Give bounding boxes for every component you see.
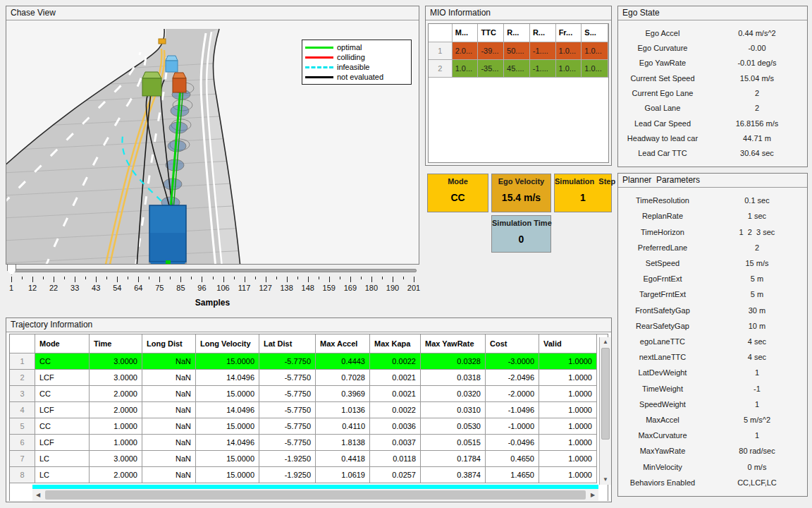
- trajectory-cell[interactable]: 3.0000: [90, 370, 142, 386]
- mio-cell[interactable]: 1.0...: [582, 60, 608, 78]
- trajectory-cell[interactable]: 0.0320: [421, 386, 486, 402]
- trajectory-cell[interactable]: 0.3874: [421, 467, 486, 483]
- trajectory-cell[interactable]: 15.0000: [196, 418, 259, 435]
- trajectory-cell[interactable]: NaN: [142, 435, 196, 451]
- trajectory-data-row[interactable]: 7LC3.0000NaN15.0000-1.92500.44180.01180.…: [10, 451, 608, 467]
- trajectory-cell[interactable]: 0.0021: [370, 370, 421, 386]
- trajectory-cell[interactable]: LCF: [35, 370, 90, 386]
- trajectory-data-row[interactable]: 2LCF3.0000NaN14.0496-5.77500.70280.00210…: [10, 370, 608, 386]
- trajectory-cell[interactable]: 14.0496: [196, 402, 259, 418]
- vertical-scroll-thumb[interactable]: [601, 348, 610, 440]
- trajectory-cell[interactable]: CC: [35, 386, 90, 402]
- trajectory-cell[interactable]: 0.4110: [316, 418, 370, 435]
- trajectory-cell[interactable]: 1.0000: [539, 418, 597, 435]
- trajectory-cell[interactable]: 1.0000: [90, 435, 142, 451]
- trajectory-cell[interactable]: LC: [35, 467, 90, 483]
- slider-track[interactable]: [10, 269, 417, 272]
- trajectory-cell[interactable]: -1.0000: [486, 418, 539, 435]
- trajectory-cell[interactable]: 0.7028: [316, 370, 370, 386]
- trajectory-cell[interactable]: 0.4418: [316, 451, 370, 467]
- trajectory-cell[interactable]: CC: [35, 353, 90, 370]
- scroll-up-icon[interactable]: ▲: [600, 337, 611, 347]
- trajectory-cell[interactable]: -5.7750: [259, 370, 316, 386]
- trajectory-cell[interactable]: -2.0496: [486, 370, 539, 386]
- mio-cell[interactable]: 1.0...: [556, 42, 582, 60]
- trajectory-cell[interactable]: NaN: [142, 451, 196, 467]
- trajectory-cell[interactable]: 1.0000: [539, 402, 597, 418]
- trajectory-vertical-scrollbar[interactable]: ▲ ▼: [599, 337, 611, 485]
- trajectory-cell[interactable]: 1.0000: [539, 451, 597, 467]
- trajectory-cell[interactable]: 0.0310: [421, 402, 486, 418]
- trajectory-cell[interactable]: 0.0515: [421, 435, 486, 451]
- scroll-left-icon[interactable]: ◀: [32, 489, 44, 501]
- trajectory-cell[interactable]: LCF: [35, 402, 90, 418]
- scroll-right-icon[interactable]: ▶: [587, 489, 598, 501]
- mio-cell[interactable]: 1.0...: [582, 42, 608, 60]
- trajectory-cell[interactable]: 0.4443: [316, 353, 370, 370]
- trajectory-cell[interactable]: 1.0619: [316, 467, 370, 483]
- trajectory-cell[interactable]: CC: [35, 418, 90, 435]
- scroll-down-icon[interactable]: ▼: [600, 475, 611, 485]
- trajectory-cell[interactable]: -5.7750: [259, 402, 316, 418]
- trajectory-cell[interactable]: -1.0496: [486, 402, 539, 418]
- trajectory-cell[interactable]: 0.1784: [421, 451, 486, 467]
- mio-cell[interactable]: 45....: [504, 60, 530, 78]
- trajectory-cell[interactable]: 14.0496: [196, 435, 259, 451]
- trajectory-data-row[interactable]: 6LCF1.0000NaN14.0496-5.77501.81380.00370…: [10, 435, 608, 451]
- trajectory-data-row[interactable]: 1CC3.0000NaN15.0000-5.77500.44430.00220.…: [10, 353, 608, 370]
- trajectory-cell[interactable]: 14.0496: [196, 370, 259, 386]
- trajectory-cell[interactable]: 3.0000: [90, 451, 142, 467]
- trajectory-cell[interactable]: 1.4650: [486, 467, 539, 483]
- mio-data-row[interactable]: 21.0...-35...45....-1....1.0...1.0...: [429, 60, 608, 78]
- trajectory-cell[interactable]: 15.0000: [196, 451, 259, 467]
- trajectory-data-row[interactable]: 5CC1.0000NaN15.0000-5.77500.41100.00360.…: [10, 418, 608, 435]
- trajectory-cell[interactable]: 0.0036: [370, 418, 421, 435]
- trajectory-cell[interactable]: 3.0000: [90, 353, 142, 370]
- trajectory-data-row[interactable]: 3CC2.0000NaN15.0000-5.77500.39690.00210.…: [10, 386, 608, 402]
- trajectory-cell[interactable]: 1.0000: [539, 435, 597, 451]
- trajectory-cell[interactable]: 0.0530: [421, 418, 486, 435]
- trajectory-cell[interactable]: 1.0000: [90, 418, 142, 435]
- trajectory-cell[interactable]: 0.3969: [316, 386, 370, 402]
- trajectory-cell[interactable]: -5.7750: [259, 435, 316, 451]
- horizontal-scroll-thumb[interactable]: [45, 490, 586, 500]
- trajectory-horizontal-scrollbar[interactable]: ◀ ▶: [32, 489, 598, 501]
- trajectory-cell[interactable]: 15.0000: [196, 467, 259, 483]
- trajectory-cell[interactable]: 2.0000: [90, 402, 142, 418]
- trajectory-cell[interactable]: 1.8138: [316, 435, 370, 451]
- trajectory-cell[interactable]: 15.0000: [196, 386, 259, 402]
- trajectory-cell[interactable]: -0.0496: [486, 435, 539, 451]
- trajectory-cell[interactable]: 0.4650: [486, 451, 539, 467]
- trajectory-cell[interactable]: 0.0021: [370, 386, 421, 402]
- trajectory-cell[interactable]: 0.0037: [370, 435, 421, 451]
- trajectory-cell[interactable]: -2.0000: [486, 386, 539, 402]
- trajectory-cell[interactable]: 2.0000: [90, 386, 142, 402]
- trajectory-cell[interactable]: 1.0000: [539, 467, 597, 483]
- trajectory-data-row[interactable]: 4LCF2.0000NaN14.0496-5.77501.01360.00220…: [10, 402, 608, 418]
- trajectory-cell[interactable]: 1.0000: [539, 370, 597, 386]
- mio-cell[interactable]: 2.0...: [453, 42, 479, 60]
- mio-cell[interactable]: 1.0...: [556, 60, 582, 78]
- trajectory-cell[interactable]: 0.0257: [370, 467, 421, 483]
- trajectory-cell[interactable]: 0.0118: [370, 451, 421, 467]
- trajectory-cell[interactable]: NaN: [142, 467, 196, 483]
- trajectory-cell[interactable]: -5.7750: [259, 386, 316, 402]
- trajectory-cell[interactable]: 1.0000: [539, 386, 597, 402]
- trajectory-cell[interactable]: 0.0318: [421, 370, 486, 386]
- trajectory-cell[interactable]: 15.0000: [196, 353, 259, 370]
- trajectory-cell[interactable]: 1.0000: [539, 353, 597, 370]
- trajectory-cell[interactable]: NaN: [142, 370, 196, 386]
- slider-thumb[interactable]: [7, 264, 16, 275]
- trajectory-cell[interactable]: LC: [35, 451, 90, 467]
- trajectory-cell[interactable]: 1.0136: [316, 402, 370, 418]
- trajectory-cell[interactable]: NaN: [142, 418, 196, 435]
- mio-cell[interactable]: -39...: [478, 42, 504, 60]
- mio-cell[interactable]: -35...: [478, 60, 504, 78]
- trajectory-cell[interactable]: NaN: [142, 402, 196, 418]
- trajectory-cell[interactable]: -5.7750: [259, 418, 316, 435]
- mio-cell[interactable]: 50....: [504, 42, 530, 60]
- mio-data-row[interactable]: 12.0...-39...50....-1....1.0...1.0...: [429, 42, 608, 60]
- mio-cell[interactable]: 1.0...: [453, 60, 479, 78]
- trajectory-cell[interactable]: LCF: [35, 435, 90, 451]
- trajectory-cell[interactable]: 0.0022: [370, 353, 421, 370]
